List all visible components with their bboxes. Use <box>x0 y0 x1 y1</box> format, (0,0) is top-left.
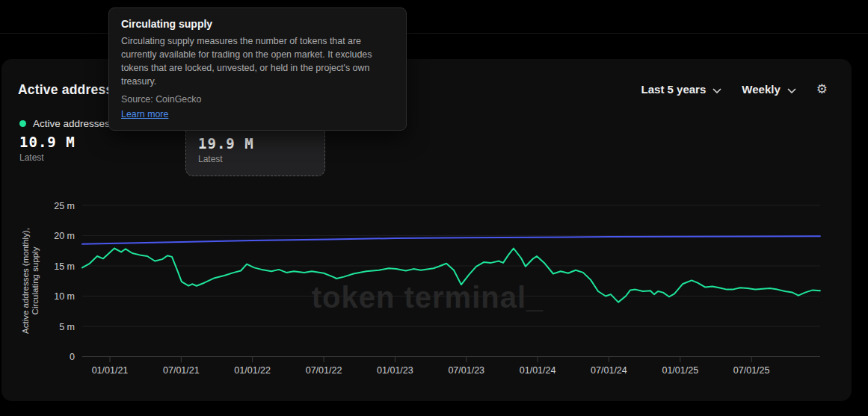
x-tick-label: 01/01/21 <box>92 365 129 376</box>
y-tick-label: 25 m <box>54 201 75 211</box>
x-tick-label: 07/01/24 <box>591 365 627 376</box>
x-tick-label: 01/01/25 <box>662 365 698 376</box>
x-tick-label: 07/01/25 <box>733 365 770 376</box>
x-tick-label: 07/01/21 <box>163 365 200 376</box>
y-tick-label: 0 <box>70 352 75 362</box>
watermark: token terminal_ <box>312 281 544 314</box>
learn-more-link[interactable]: Learn more <box>121 109 168 119</box>
x-tick-label: 01/01/22 <box>234 365 271 376</box>
x-tick-label: 01/01/23 <box>377 365 413 376</box>
y-tick-label: 10 m <box>54 291 75 302</box>
tooltip-body: Circulating supply measures the number o… <box>121 35 394 89</box>
x-tick-label: 07/01/22 <box>306 365 342 376</box>
tooltip-title: Circulating supply <box>121 18 394 30</box>
y-tick-label: 15 m <box>54 261 75 272</box>
y-tick-label: 5 m <box>59 322 75 332</box>
circulating-supply-tooltip: Circulating supply Circulating supply me… <box>108 7 407 131</box>
y-tick-label: 20 m <box>54 231 75 241</box>
y-axis-title: Active addresses (monthly),Circulating s… <box>21 228 40 334</box>
tooltip-source: Source: CoinGecko <box>121 94 394 105</box>
series-line <box>82 236 820 244</box>
x-tick-label: 07/01/23 <box>448 365 484 376</box>
x-tick-label: 01/01/24 <box>520 365 556 376</box>
